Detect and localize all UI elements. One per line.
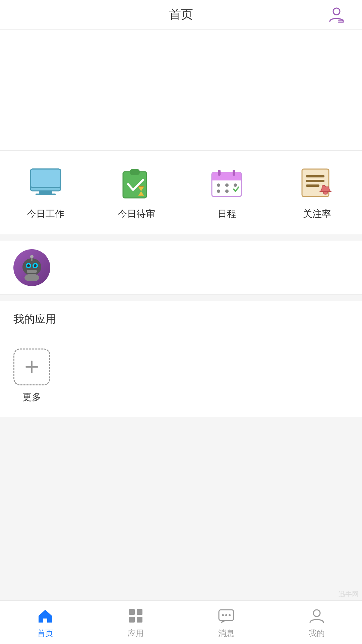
svg-point-34 (24, 274, 39, 281)
today-work-icon (27, 164, 64, 201)
more-apps-button[interactable]: 更多 (13, 348, 50, 404)
svg-rect-15 (233, 170, 235, 176)
quick-action-today-work[interactable]: 今日工作 (27, 164, 64, 220)
nav-profile-label: 我的 (309, 628, 325, 639)
header: 首页 (0, 0, 362, 30)
schedule-icon (208, 164, 245, 201)
bottom-nav: 首页 应用 消息 (0, 600, 362, 644)
svg-point-18 (234, 183, 237, 187)
svg-point-20 (225, 190, 229, 193)
quick-actions-grid: 今日工作 今 (0, 164, 362, 220)
profile-icon (307, 606, 326, 625)
attention-rate-icon (299, 164, 336, 201)
banner-area (0, 30, 362, 150)
nav-apps-label: 应用 (128, 628, 144, 639)
svg-rect-37 (129, 609, 135, 615)
svg-point-0 (333, 8, 340, 15)
robot-avatar (13, 249, 50, 286)
svg-point-45 (313, 610, 320, 616)
svg-point-17 (225, 183, 229, 187)
nav-messages[interactable]: 消息 (181, 606, 272, 639)
nav-messages-label: 消息 (218, 628, 234, 639)
my-apps-title: 我的应用 (13, 313, 56, 325)
svg-rect-38 (137, 609, 142, 615)
messages-icon (217, 606, 236, 625)
user-profile-icon[interactable] (327, 5, 346, 24)
svg-rect-6 (36, 194, 56, 195)
attention-rate-label: 关注率 (303, 208, 331, 220)
svg-point-33 (30, 255, 34, 258)
quick-actions-section: 今日工作 今 (0, 150, 362, 234)
today-pending-icon (118, 164, 155, 201)
svg-rect-5 (39, 191, 52, 194)
svg-rect-31 (27, 270, 37, 273)
home-icon (36, 606, 55, 625)
nav-profile[interactable]: 我的 (272, 606, 362, 639)
today-work-label: 今日工作 (27, 208, 64, 220)
today-pending-label: 今日待审 (118, 208, 155, 220)
page-title: 首页 (169, 6, 193, 23)
quick-action-today-pending[interactable]: 今日待审 (118, 164, 155, 220)
svg-point-44 (229, 614, 231, 616)
schedule-label: 日程 (218, 208, 236, 220)
nav-apps[interactable]: 应用 (90, 606, 181, 639)
svg-rect-22 (306, 175, 324, 177)
svg-rect-24 (306, 184, 319, 187)
svg-rect-39 (129, 617, 135, 623)
nav-home-label: 首页 (37, 628, 53, 639)
svg-rect-4 (31, 169, 61, 187)
svg-rect-14 (218, 170, 221, 176)
svg-point-42 (222, 614, 224, 616)
robot-section[interactable] (0, 241, 362, 294)
svg-rect-23 (306, 180, 324, 182)
apps-icon (126, 606, 145, 625)
svg-point-29 (27, 264, 30, 267)
watermark: 迅牛网 (339, 590, 359, 599)
more-label: 更多 (22, 391, 41, 404)
my-apps-header: 我的应用 (0, 301, 362, 335)
svg-point-16 (217, 183, 220, 187)
my-apps-section: 我的应用 更多 (0, 301, 362, 417)
my-apps-content: 更多 (0, 335, 362, 417)
more-icon (13, 348, 50, 385)
svg-rect-7 (123, 172, 146, 198)
svg-rect-40 (137, 617, 142, 623)
svg-point-43 (225, 614, 227, 616)
svg-rect-13 (212, 177, 241, 180)
svg-point-25 (323, 192, 327, 194)
nav-home[interactable]: 首页 (0, 606, 90, 639)
svg-rect-8 (130, 169, 140, 175)
quick-action-schedule[interactable]: 日程 (208, 164, 245, 220)
svg-point-30 (34, 264, 37, 267)
svg-point-19 (217, 190, 220, 193)
quick-action-attention-rate[interactable]: 关注率 (299, 164, 336, 220)
